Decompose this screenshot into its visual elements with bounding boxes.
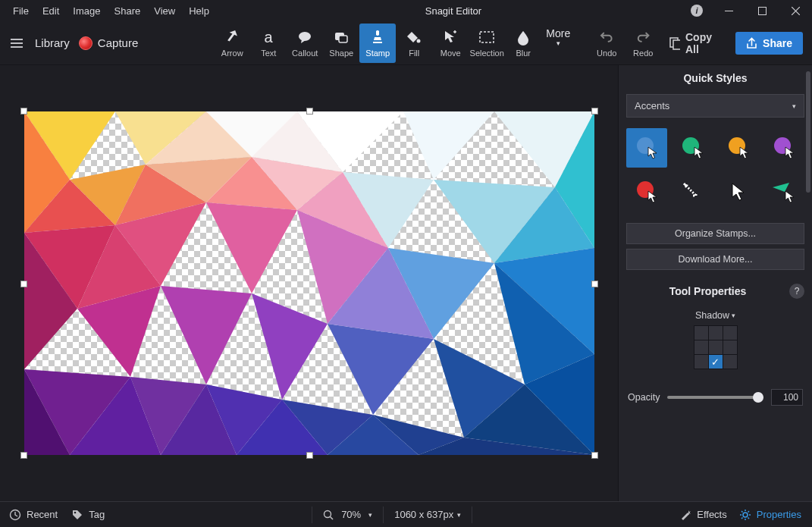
stamp-cursor-plain[interactable]	[718, 172, 759, 212]
tag-button[interactable]: Tag	[71, 509, 105, 521]
stamp-blue-cursor[interactable]	[626, 128, 667, 168]
quick-styles-title: Quick Styles	[619, 65, 812, 91]
shadow-position-grid: ✓	[694, 325, 738, 369]
main-area: Quick Styles Accents ▾	[0, 65, 812, 501]
tool-properties-header: Tool Properties ?	[619, 277, 812, 306]
resize-handle-tr[interactable]	[591, 108, 598, 114]
stamp-orange-cursor[interactable]	[718, 128, 759, 168]
chevron-down-icon: ▾	[457, 511, 461, 519]
minimize-button[interactable]	[712, 0, 745, 21]
resize-handle-tl[interactable]	[20, 108, 27, 114]
svg-point-3	[299, 32, 311, 41]
canvas-selection[interactable]	[24, 111, 594, 455]
svg-rect-1	[758, 7, 766, 14]
shadow-pos-c[interactable]	[709, 340, 723, 354]
shadow-pos-t[interactable]	[709, 326, 723, 340]
shadow-pos-tr[interactable]	[723, 326, 737, 340]
effects-button[interactable]: Effects	[679, 509, 727, 521]
dimensions-display[interactable]: 1060 x 637px ▾	[394, 509, 461, 520]
svg-rect-9	[673, 40, 680, 49]
svg-point-6	[417, 39, 421, 43]
svg-marker-30	[206, 202, 297, 293]
resize-handle-l[interactable]	[20, 281, 27, 287]
resize-handle-b[interactable]	[306, 452, 313, 459]
capture-button[interactable]: Capture	[79, 36, 138, 50]
canvas-area[interactable]	[0, 65, 618, 501]
tool-arrow[interactable]: Arrow	[214, 24, 250, 63]
organize-stamps-button[interactable]: Organize Stamps...	[626, 223, 804, 244]
stamp-red-cursor[interactable]	[626, 172, 667, 212]
copy-all-button[interactable]: Copy All	[661, 27, 728, 60]
shadow-pos-br[interactable]	[723, 355, 737, 369]
svg-marker-39	[252, 293, 328, 400]
shadow-section: Shadow▾ ✓	[619, 306, 812, 378]
opacity-slider[interactable]	[667, 396, 763, 399]
undo-button[interactable]: Undo	[588, 24, 625, 63]
info-icon[interactable]: i	[691, 5, 703, 17]
redo-icon	[634, 28, 652, 46]
title-bar: File Edit Image Share View Help Snagit E…	[0, 0, 812, 21]
tool-selection[interactable]: Selection	[469, 24, 505, 63]
tool-stamp[interactable]: Stamp	[359, 24, 396, 63]
opacity-slider-thumb[interactable]	[753, 392, 763, 403]
svg-point-61	[743, 513, 748, 517]
svg-text:a: a	[265, 29, 274, 45]
chevron-down-icon: ▾	[792, 102, 796, 110]
shadow-pos-tl[interactable]	[694, 326, 708, 340]
shape-icon	[332, 28, 350, 46]
tool-text[interactable]: a Text	[250, 24, 287, 63]
svg-marker-40	[328, 324, 434, 415]
library-button[interactable]: Library	[35, 36, 70, 49]
hamburger-icon[interactable]	[8, 36, 26, 51]
tool-blur[interactable]: Blur	[505, 24, 541, 63]
menu-file[interactable]: File	[6, 2, 36, 20]
help-icon[interactable]: ?	[789, 284, 804, 299]
main-toolbar: Library Capture Arrow a Text Callout Sha…	[0, 21, 812, 65]
panel-scrollbar[interactable]	[806, 71, 810, 495]
tool-move[interactable]: Move	[432, 24, 469, 63]
shadow-pos-r[interactable]	[723, 340, 737, 354]
menu-bar: File Edit Image Share View Help	[0, 2, 216, 20]
shadow-pos-b[interactable]: ✓	[709, 355, 723, 369]
menu-help[interactable]: Help	[182, 2, 216, 20]
arrow-icon	[223, 28, 241, 46]
resize-handle-t[interactable]	[306, 108, 313, 114]
panel-scrollbar-thumb[interactable]	[806, 71, 810, 193]
zoom-control[interactable]: 70% ▾	[323, 509, 372, 520]
chevron-down-icon: ▾	[368, 511, 372, 519]
resize-handle-br[interactable]	[591, 452, 598, 459]
copy-icon	[669, 36, 680, 50]
shadow-pos-bl[interactable]	[694, 355, 708, 369]
redo-button[interactable]: Redo	[625, 24, 661, 63]
maximize-button[interactable]	[745, 0, 779, 21]
svg-marker-22	[403, 111, 494, 180]
accents-dropdown[interactable]: Accents ▾	[626, 94, 804, 118]
shadow-pos-l[interactable]	[694, 340, 708, 354]
stamp-green-cursor[interactable]	[672, 128, 713, 168]
move-icon	[441, 28, 459, 46]
recent-button[interactable]: Recent	[9, 509, 58, 521]
menu-view[interactable]: View	[147, 2, 182, 20]
tool-more[interactable]: More▾	[541, 24, 575, 63]
tool-fill[interactable]: Fill	[396, 24, 432, 63]
share-icon	[746, 37, 757, 49]
close-button[interactable]	[779, 0, 812, 21]
opacity-value-input[interactable]: 100	[771, 389, 803, 406]
menu-share[interactable]: Share	[108, 2, 148, 20]
app-title: Snagit Editor	[216, 5, 691, 17]
properties-button[interactable]: Properties	[739, 509, 801, 521]
download-more-button[interactable]: Download More...	[626, 249, 804, 270]
shadow-dropdown[interactable]: Shadow▾	[695, 310, 735, 321]
stamp-teal-cursor[interactable]	[763, 172, 804, 212]
menu-image[interactable]: Image	[66, 2, 107, 20]
resize-handle-r[interactable]	[591, 281, 598, 287]
tool-callout[interactable]: Callout	[287, 24, 323, 63]
svg-rect-5	[339, 36, 347, 42]
tool-shape[interactable]: Shape	[323, 24, 359, 63]
stamp-arrow-diag[interactable]	[672, 172, 713, 212]
undo-icon	[597, 28, 616, 46]
resize-handle-bl[interactable]	[20, 452, 27, 459]
share-button[interactable]: Share	[735, 32, 803, 55]
stamp-purple-cursor[interactable]	[763, 128, 804, 168]
menu-edit[interactable]: Edit	[36, 2, 66, 20]
